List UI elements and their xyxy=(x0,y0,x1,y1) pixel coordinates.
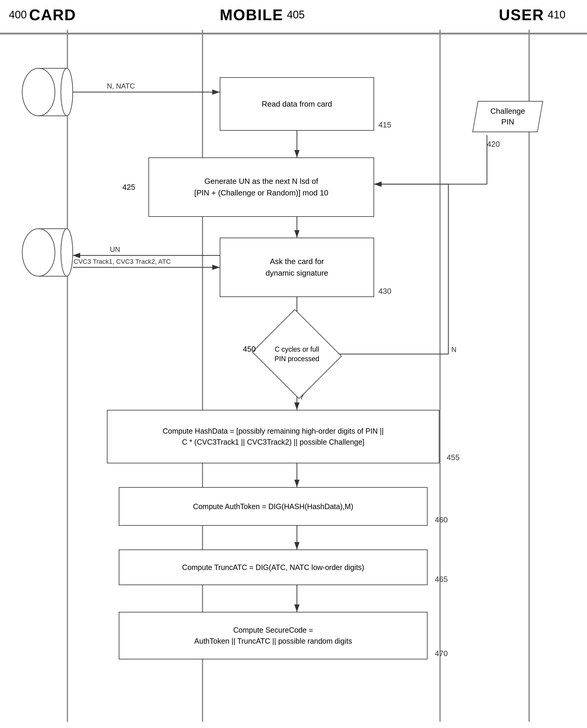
svg-text:CVC3 Track1, CVC3 Track2, ATC: CVC3 Track1, CVC3 Track2, ATC xyxy=(74,258,171,265)
generate-un-label: Generate UN as the next N lsd of[PIN + (… xyxy=(194,177,328,197)
compute-trunc-box: Compute TruncATC = DIG(ATC, NATC low-ord… xyxy=(119,549,427,585)
svg-text:N: N xyxy=(451,345,456,354)
card-col-num: 400 xyxy=(9,8,27,21)
mobile-right-column-line xyxy=(440,30,441,722)
compute-hash-label: Compute HashData = [possibly remaining h… xyxy=(163,426,384,448)
ask-card-box: Ask the card fordynamic signature 430 xyxy=(220,237,374,297)
compute-hash-box: Compute HashData = [possibly remaining h… xyxy=(107,410,440,463)
ask-card-ref: 430 xyxy=(379,286,391,296)
read-data-ref: 415 xyxy=(379,119,391,130)
compute-secure-ref: 470 xyxy=(435,648,448,659)
ask-card-label: Ask the card fordynamic signature xyxy=(266,256,328,279)
diagram-container: 400 CARD MOBILE 405 USER 410 N, NATC xyxy=(0,0,587,728)
col-user-header: USER 410 xyxy=(499,6,566,24)
mobile-col-title: MOBILE xyxy=(220,6,283,24)
challenge-ref: 420 xyxy=(487,140,500,149)
generate-un-box: 425 Generate UN as the next N lsd of[PIN… xyxy=(148,157,374,217)
user-col-num: 410 xyxy=(547,8,565,21)
svg-text:UN: UN xyxy=(110,245,120,253)
compute-trunc-ref: 465 xyxy=(435,574,448,585)
user-col-title: USER xyxy=(499,6,544,24)
challenge-label: ChallengePIN xyxy=(482,106,534,128)
read-data-box: Read data from card 415 xyxy=(220,77,374,131)
col-card-header: 400 CARD xyxy=(9,6,76,24)
col-mobile-header: MOBILE 405 xyxy=(220,6,305,24)
generate-un-ref: 425 xyxy=(122,182,135,192)
card-col-title: CARD xyxy=(29,6,76,24)
diamond-ref: 450 xyxy=(243,344,256,354)
card-column-line xyxy=(67,30,68,722)
read-data-label: Read data from card xyxy=(262,98,332,109)
diamond-wrapper: C cycles or fullPIN processed 450 xyxy=(264,324,330,384)
compute-auth-label: Compute AuthToken = DIG(HASH(HashData),M… xyxy=(193,501,353,512)
svg-point-5 xyxy=(22,229,55,276)
user-column-line xyxy=(529,30,530,722)
diamond-shape xyxy=(252,309,342,399)
compute-auth-box: Compute AuthToken = DIG(HASH(HashData),M… xyxy=(119,487,427,526)
challenge-box: ChallengePIN xyxy=(472,101,543,132)
svg-text:N, NATC: N, NATC xyxy=(107,82,135,90)
mobile-col-num: 405 xyxy=(287,8,305,21)
compute-secure-label: Compute SecureCode =AuthToken || TruncAT… xyxy=(194,624,352,647)
compute-trunc-label: Compute TruncATC = DIG(ATC, NATC low-ord… xyxy=(182,562,364,573)
header-separator xyxy=(0,33,587,35)
svg-point-0 xyxy=(22,68,55,116)
compute-auth-ref: 460 xyxy=(435,515,448,525)
compute-secure-box: Compute SecureCode =AuthToken || TruncAT… xyxy=(119,612,427,659)
compute-hash-ref: 455 xyxy=(447,452,460,463)
